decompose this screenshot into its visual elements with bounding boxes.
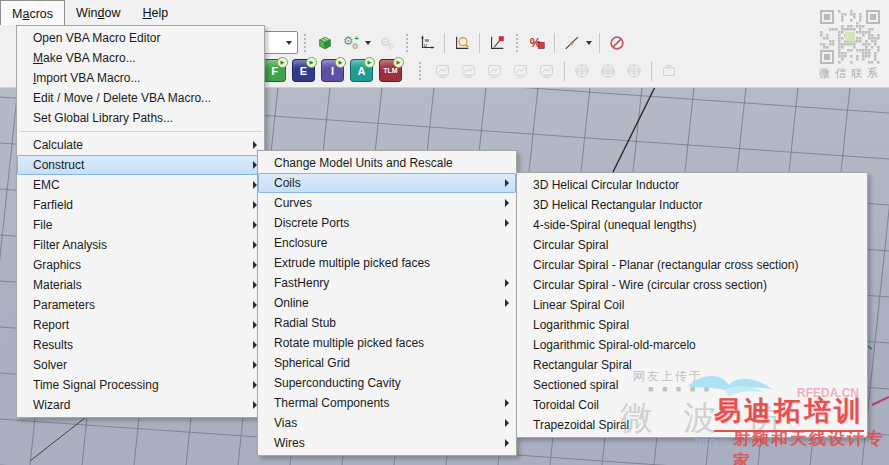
menu-item-4-side-spiral-unequal-lengths[interactable]: 4-side-Spiral (unequal lengths) [517,215,867,235]
menu-item-import-vba-macro[interactable]: Import VBA Macro... [17,68,264,88]
menu-item-materials[interactable]: Materials [17,275,264,295]
play-badge-icon: ▶ [335,57,346,68]
application-window: ⚙⚙+⚙⚙wu% F▶E▶I▶A▶TLM▶ MacrosWindowHelp O… [0,0,889,465]
menu-item-coils[interactable]: Coils [258,173,516,193]
menu-item-fasthenry[interactable]: FastHenry [258,273,516,293]
menu-item-emc[interactable]: EMC [17,175,264,195]
menu-item-3d-helical-circular-inductor[interactable]: 3D Helical Circular Inductor [517,175,867,195]
menu-item-discrete-ports[interactable]: Discrete Ports [258,213,516,233]
toolbar-drag-handle[interactable] [418,61,422,81]
menu-item-report[interactable]: Report [17,315,264,335]
menu-item-spherical-grid[interactable]: Spherical Grid [258,353,516,373]
menu-item-trapezoidal-spiral[interactable]: Trapezoidal Spiral [517,415,867,435]
label: Coils [274,176,301,190]
menu-item-online[interactable]: Online [258,293,516,313]
solver-button-tlm[interactable]: TLM▶ [379,59,402,82]
menu-item-toroidal-coil[interactable]: Toroidal Coil [517,395,867,415]
toolbar-drag-handle[interactable] [405,33,409,53]
chevron-down-icon[interactable] [365,41,371,45]
toolbar-button-percent-icon[interactable]: % [525,32,549,54]
toolbar-button-plot-template-icon[interactable]: wu [415,32,439,54]
menu-item-solver[interactable]: Solver [17,355,264,375]
menu-item-radial-stub[interactable]: Radial Stub [258,313,516,333]
toolbar-separator [444,33,445,53]
label: Logarithmic Spiral [533,318,629,332]
menu-item-results[interactable]: Results [17,335,264,355]
toolbar-button-gears-icon[interactable]: ⚙⚙+ [339,32,363,54]
menu-item-logarithmic-spiral-old-marcelo[interactable]: Logarithmic Spiral-old-marcelo [517,335,867,355]
menu-item-wires[interactable]: Wires [258,433,516,453]
toolbar-separator [599,33,600,53]
menu-item-parameters[interactable]: Parameters [17,295,264,315]
label: Calculate [33,138,83,152]
menu-item-circular-spiral[interactable]: Circular Spiral [517,235,867,255]
menu-item-logarithmic-spiral[interactable]: Logarithmic Spiral [517,315,867,335]
menubar-item-macros[interactable]: Macros [0,0,65,25]
menu-item-enclosure[interactable]: Enclosure [258,233,516,253]
label: Filter Analysis [33,238,107,252]
menu-item-vias[interactable]: Vias [258,413,516,433]
label: Spherical Grid [274,356,350,370]
menu-item-farfield[interactable]: Farfield [17,195,264,215]
toolbar-drag-handle[interactable] [303,33,307,53]
play-badge-icon: ▶ [364,57,375,68]
menu-item-extrude-multiple-picked-faces[interactable]: Extrude multiple picked faces [258,253,516,273]
menu-item-thermal-components[interactable]: Thermal Components [258,393,516,413]
menu-item-graphics[interactable]: Graphics [17,255,264,275]
label: Set Global Library Paths... [33,111,173,125]
menu-item-linear-spiral-coil[interactable]: Linear Spiral Coil [517,295,867,315]
menu-item-make-vba-macro[interactable]: Make VBA Macro... [17,48,264,68]
menu-item-calculate[interactable]: Calculate [17,135,264,155]
toolbar-row-1: ⚙⚙+⚙⚙wu% [253,31,630,54]
solver-button-a[interactable]: A▶ [350,59,373,82]
construct-submenu: Change Model Units and RescaleCoilsCurve… [257,150,517,456]
plot-zoom-icon [453,34,471,52]
label: Toroidal Coil [533,398,599,412]
plot-edit-icon [488,34,506,52]
label: 4-side-Spiral (unequal lengths) [533,218,696,232]
menu-item-time-signal-processing[interactable]: Time Signal Processing [17,375,264,395]
menu-item-open-vba-macro-editor[interactable]: Open VBA Macro Editor [17,28,264,48]
solver-button-f[interactable]: F▶ [263,59,286,82]
toolbar-button-plot-edit-icon[interactable] [485,32,509,54]
menu-item-construct[interactable]: Construct [17,155,264,175]
toolbar-button-plot-zoom-icon[interactable] [450,32,474,54]
toolbar-button-monitor-icon-disabled [509,60,533,82]
menu-item-3d-helical-rectangular-inductor[interactable]: 3D Helical Rectangular Inductor [517,195,867,215]
menu-item-circular-spiral-planar-rectangular-cross-section[interactable]: Circular Spiral - Planar (rectangular cr… [517,255,867,275]
solver-button-i[interactable]: I▶ [321,59,344,82]
menu-item-set-global-library-paths[interactable]: Set Global Library Paths... [17,108,264,128]
menu-item-edit-move-delete-vba-macro[interactable]: Edit / Move / Delete VBA Macro... [17,88,264,108]
label: Online [274,296,309,310]
menu-item-rectangular-spiral[interactable]: Rectangular Spiral [517,355,867,375]
menu-item-change-model-units-and-rescale[interactable]: Change Model Units and Rescale [258,153,516,173]
menu-item-circular-spiral-wire-circular-cross-section[interactable]: Circular Spiral - Wire (circular cross s… [517,275,867,295]
menu-item-rotate-multiple-picked-faces[interactable]: Rotate multiple picked faces [258,333,516,353]
menu-item-curves[interactable]: Curves [258,193,516,213]
label: Circular Spiral - Wire (circular cross s… [533,278,767,292]
label: Time Signal Processing [33,378,159,392]
menu-item-superconducting-cavity[interactable]: Superconducting Cavity [258,373,516,393]
toolbar-button-cube-icon[interactable] [313,32,337,54]
toolbar-button-cancel-icon[interactable] [605,32,629,54]
svg-text:⚙: ⚙ [387,42,394,51]
menu-item-filter-analysis[interactable]: Filter Analysis [17,235,264,255]
menu-item-file[interactable]: File [17,215,264,235]
toolbar-drag-handle[interactable] [515,33,519,53]
toolbar-button-sphere-icon-disabled [570,60,594,82]
label: Thermal Components [274,396,389,410]
solver-button-e[interactable]: E▶ [292,59,315,82]
menubar-item-window[interactable]: Window [65,0,131,25]
menubar-item-help[interactable]: Help [131,0,179,25]
label: Circular Spiral - Planar (rectangular cr… [533,258,798,272]
toolbar-button-monitor-icon-disabled [431,60,455,82]
label: Rotate multiple picked faces [274,336,424,350]
menu-item-sectioned-spiral[interactable]: Sectioned spiral [517,375,867,395]
svg-text:⚙: ⚙ [351,42,358,51]
menu-item-wizard[interactable]: Wizard [17,395,264,415]
submenu-arrow-icon [505,399,509,407]
toolbar-button-probe-icon[interactable] [560,32,584,54]
label: Sectioned spiral [533,378,618,392]
chevron-down-icon[interactable] [586,41,592,45]
play-badge-icon: ▶ [277,57,288,68]
